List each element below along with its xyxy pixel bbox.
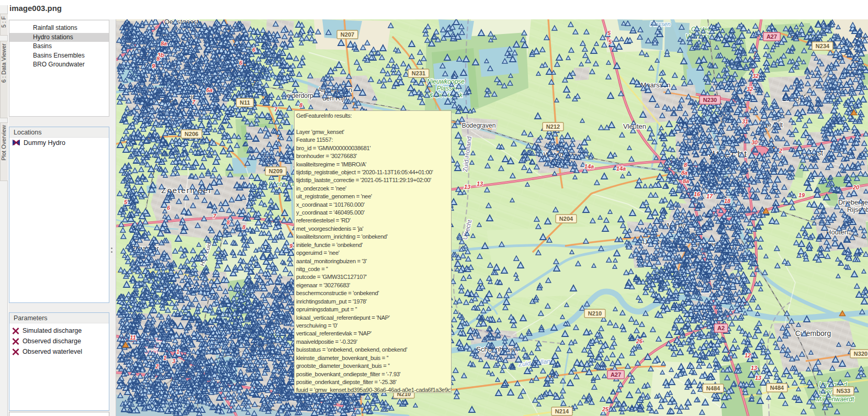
svg-text:N204: N204	[559, 216, 573, 222]
svg-text:8: 8	[227, 219, 230, 226]
svg-text:1: 1	[163, 355, 166, 361]
svg-text:31: 31	[742, 118, 748, 125]
svg-text:14a: 14a	[616, 165, 626, 172]
svg-text:17: 17	[706, 193, 713, 199]
svg-text:8: 8	[242, 224, 246, 230]
svg-text:32: 32	[747, 86, 753, 92]
svg-text:N206: N206	[185, 131, 198, 137]
svg-text:13: 13	[755, 375, 761, 381]
svg-text:6: 6	[252, 47, 256, 53]
svg-text:A27: A27	[611, 372, 621, 378]
svg-text:20: 20	[852, 184, 860, 190]
svg-text:6: 6	[167, 205, 171, 211]
svg-text:8: 8	[156, 55, 160, 62]
svg-text:3: 3	[172, 358, 175, 364]
svg-text:5: 5	[607, 30, 611, 36]
svg-text:Bodegraven: Bodegraven	[462, 122, 496, 129]
svg-text:9: 9	[289, 243, 293, 249]
svg-text:A27: A27	[766, 33, 777, 40]
svg-text:N207: N207	[341, 31, 354, 38]
svg-text:16: 16	[694, 191, 701, 197]
svg-text:N533: N533	[837, 388, 850, 394]
svg-text:6a: 6a	[206, 87, 212, 93]
svg-text:8: 8	[299, 102, 303, 108]
svg-text:N484: N484	[706, 385, 720, 391]
svg-text:N234: N234	[816, 43, 830, 49]
svg-text:1: 1	[176, 348, 179, 355]
svg-text:A2: A2	[717, 325, 725, 331]
svg-text:26: 26	[636, 338, 643, 344]
svg-text:32: 32	[752, 73, 759, 79]
svg-text:13: 13	[477, 181, 483, 187]
svg-text:N231: N231	[412, 70, 425, 76]
svg-text:N210: N210	[588, 310, 602, 317]
svg-text:18: 18	[724, 198, 731, 204]
svg-text:N320: N320	[854, 351, 867, 357]
svg-text:5: 5	[608, 39, 612, 45]
svg-text:19: 19	[798, 192, 805, 198]
svg-text:N214: N214	[555, 408, 569, 414]
svg-text:30: 30	[751, 139, 758, 145]
svg-text:13: 13	[464, 184, 470, 190]
svg-text:25: 25	[602, 406, 609, 412]
svg-text:Driebergen-R: Driebergen-R	[838, 198, 868, 206]
svg-text:7: 7	[192, 99, 196, 105]
svg-text:13: 13	[751, 365, 757, 371]
svg-text:Culemborg: Culemborg	[795, 329, 831, 338]
svg-text:8a: 8a	[681, 170, 687, 176]
svg-text:14a: 14a	[584, 163, 594, 170]
svg-text:N11: N11	[240, 99, 250, 106]
svg-text:N484: N484	[770, 385, 784, 391]
svg-text:8a: 8a	[161, 40, 167, 47]
svg-text:6: 6	[239, 60, 243, 66]
svg-text:N212: N212	[546, 123, 560, 130]
svg-text:N209: N209	[269, 168, 283, 174]
svg-text:8a: 8a	[683, 178, 689, 184]
svg-text:5: 5	[124, 199, 128, 205]
svg-text:Leiderdorp: Leiderdorp	[283, 92, 313, 99]
svg-text:2: 2	[155, 363, 159, 369]
svg-text:11: 11	[130, 334, 136, 341]
svg-text:Mariënwaerdt: Mariënwaerdt	[816, 396, 854, 403]
svg-text:N230: N230	[703, 97, 717, 103]
svg-text:9: 9	[152, 63, 155, 69]
svg-text:7: 7	[213, 213, 217, 219]
svg-text:7: 7	[274, 106, 278, 113]
svg-text:12: 12	[745, 352, 751, 358]
svg-text:8: 8	[684, 162, 687, 168]
svg-text:2: 2	[779, 148, 782, 154]
